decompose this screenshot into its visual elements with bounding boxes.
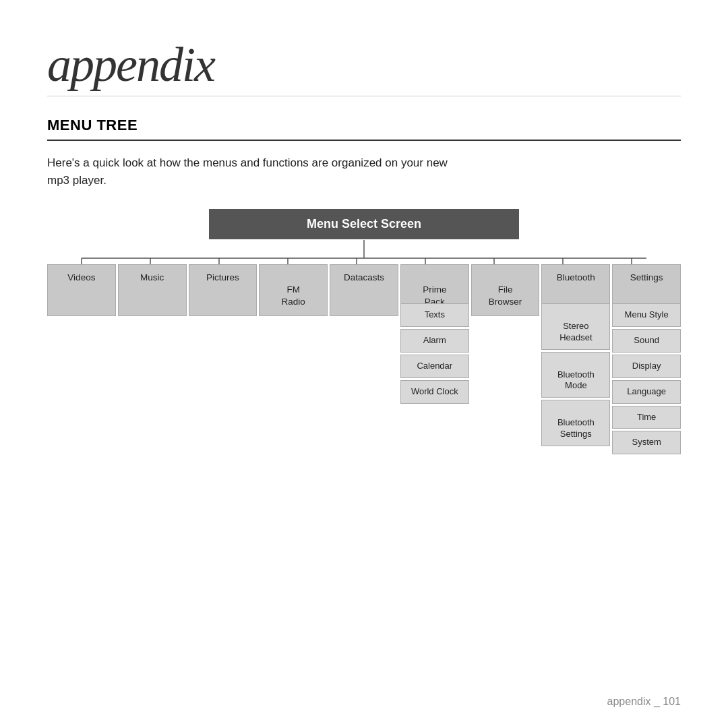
app-title: appendix [47, 40, 681, 89]
spacer-2 [189, 303, 257, 454]
sub-display: Display [612, 355, 681, 378]
page-container: appendix MENU TREE Here's a quick look a… [0, 0, 728, 559]
prime-pack-children: Texts Alarm Calendar World Clock [400, 303, 469, 454]
level2-row: Texts Alarm Calendar World Clock Stereo … [47, 303, 681, 454]
sub-bluetooth-settings: Bluetooth Settings [541, 400, 610, 446]
spacer-4 [330, 303, 398, 454]
sub-time: Time [612, 406, 681, 429]
sub-sound: Sound [612, 329, 681, 353]
spacer-3 [259, 303, 328, 454]
root-node: Menu Select Screen [209, 209, 519, 239]
page-footer: appendix _ 101 [607, 696, 681, 708]
sub-world-clock: World Clock [400, 380, 469, 404]
sub-stereo-headset: Stereo Headset [541, 303, 610, 350]
section-heading: MENU TREE [47, 117, 681, 141]
sub-calendar: Calendar [400, 355, 469, 378]
spacer-6 [471, 303, 540, 454]
sub-language: Language [612, 380, 681, 404]
sub-system: System [612, 431, 681, 454]
description-text: Here's a quick look at how the menus and… [47, 154, 681, 189]
sub-texts: Texts [400, 303, 469, 327]
sub-bluetooth-mode: Bluetooth Mode [541, 352, 610, 398]
section-title-text: MENU TREE [47, 117, 138, 133]
sub-alarm: Alarm [400, 329, 469, 353]
bluetooth-children: Stereo Headset Bluetooth Mode Bluetooth … [541, 303, 610, 454]
root-node-label: Menu Select Screen [209, 209, 519, 239]
spacer-0 [47, 303, 116, 454]
menu-tree: Menu Select Screen Videos Music Pictures… [47, 209, 681, 533]
settings-children: Menu Style Sound Display Language Time S… [612, 303, 681, 454]
title-section: appendix [47, 40, 681, 96]
sub-menu-style: Menu Style [612, 303, 681, 327]
spacer-1 [118, 303, 187, 454]
